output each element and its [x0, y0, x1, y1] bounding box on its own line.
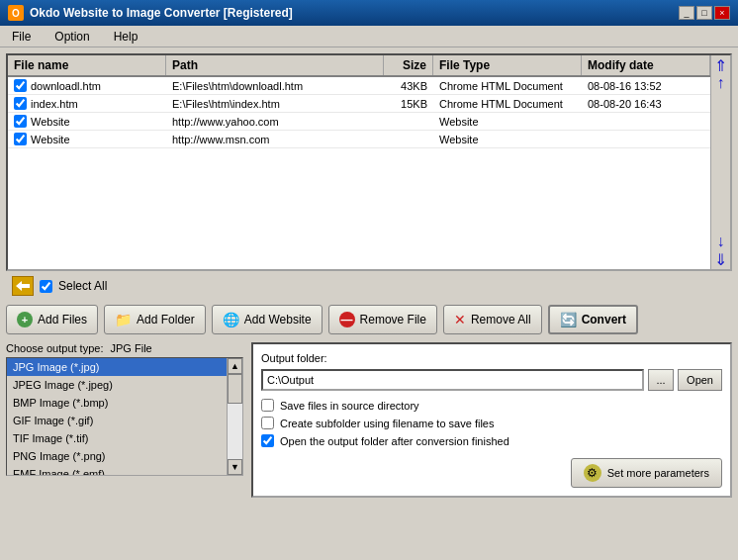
- output-type-list: JPG Image (*.jpg) JPEG Image (*.jpeg) BM…: [6, 357, 243, 476]
- add-files-button[interactable]: + Add Files: [6, 305, 98, 334]
- output-scroll-down[interactable]: ▼: [228, 459, 242, 475]
- back-icon[interactable]: [12, 276, 34, 296]
- folder-row: ... Open: [261, 369, 722, 391]
- add-website-button[interactable]: 🌐 Add Website: [212, 305, 323, 334]
- output-item-emf[interactable]: EMF Image (*.emf): [7, 465, 227, 475]
- add-website-icon: 🌐: [223, 312, 239, 327]
- select-all-row: Select All: [6, 271, 732, 301]
- output-item-bmp[interactable]: BMP Image (*.bmp): [7, 394, 227, 412]
- menu-file[interactable]: File: [8, 29, 35, 45]
- add-folder-button[interactable]: 📁 Add Folder: [104, 305, 206, 334]
- cell-date-3: [582, 138, 710, 141]
- bottom-section: Choose output type: JPG File JPG Image (…: [6, 342, 732, 498]
- cell-name-0: downloadl.htm: [8, 77, 166, 94]
- toolbar: + Add Files 📁 Add Folder 🌐 Add Website —…: [6, 301, 732, 338]
- cell-path-2: http://www.yahoo.com: [166, 114, 384, 130]
- main-content: File name Path Size File Type Modify dat…: [0, 47, 738, 560]
- maximize-button[interactable]: □: [696, 6, 712, 20]
- output-item-png[interactable]: PNG Image (*.png): [7, 447, 227, 465]
- output-scroll-up[interactable]: ▲: [228, 358, 242, 374]
- add-folder-icon: 📁: [115, 312, 132, 327]
- output-item-jpg[interactable]: JPG Image (*.jpg): [7, 358, 227, 376]
- close-button[interactable]: ×: [714, 6, 730, 20]
- cell-type-0: Chrome HTML Document: [433, 78, 582, 94]
- remove-file-icon: —: [339, 312, 355, 327]
- set-params-button[interactable]: ⚙ Set more parameters: [571, 458, 722, 488]
- open-button[interactable]: Open: [678, 369, 722, 391]
- cell-name-2: Website: [8, 113, 166, 130]
- row-checkbox-2[interactable]: [14, 115, 27, 128]
- select-all-label: Select All: [58, 279, 107, 293]
- back-arrow-icon: [16, 280, 30, 292]
- row-checkbox-1[interactable]: [14, 97, 27, 110]
- col-header-path: Path: [166, 55, 384, 75]
- scroll-up-button[interactable]: ↑: [713, 75, 729, 91]
- scroll-down-button[interactable]: ↓: [713, 233, 729, 249]
- cell-path-1: E:\Files\htm\index.htm: [166, 96, 384, 112]
- option-label-1: Create subfolder using filename to save …: [280, 418, 494, 429]
- output-scroll-track: [228, 374, 242, 459]
- row-checkbox-0[interactable]: [14, 79, 27, 92]
- output-scrollbar: ▲ ▼: [227, 358, 242, 475]
- svg-marker-0: [16, 281, 30, 291]
- option-checkbox-2[interactable]: [261, 434, 274, 447]
- table-row[interactable]: Website http://www.msn.com Website: [8, 131, 710, 148]
- convert-button[interactable]: 🔄 Convert: [548, 305, 638, 334]
- option-row-2: Open the output folder after conversion …: [261, 434, 722, 447]
- option-row-0: Save files in source directory: [261, 399, 722, 412]
- output-type-section: Choose output type: JPG File JPG Image (…: [6, 342, 243, 498]
- output-item-jpeg[interactable]: JPEG Image (*.jpeg): [7, 376, 227, 394]
- menu-bar: File Option Help: [0, 26, 738, 47]
- cell-name-1: index.htm: [8, 95, 166, 112]
- col-header-name: File name: [8, 55, 166, 75]
- output-folder-label: Output folder:: [261, 352, 722, 364]
- convert-icon: 🔄: [560, 312, 577, 327]
- option-checkbox-1[interactable]: [261, 417, 274, 429]
- window-title: Okdo Website to Image Converter [Registe…: [30, 6, 293, 20]
- cell-size-0: 43KB: [384, 78, 433, 94]
- table-row[interactable]: index.htm E:\Files\htm\index.htm 15KB Ch…: [8, 95, 710, 113]
- option-label-0: Save files in source directory: [280, 400, 419, 412]
- col-header-type: File Type: [433, 55, 582, 75]
- col-header-size: Size: [384, 55, 433, 75]
- cell-type-1: Chrome HTML Document: [433, 96, 582, 112]
- cell-date-0: 08-08-16 13:52: [582, 78, 710, 94]
- title-bar: O Okdo Website to Image Converter [Regis…: [0, 0, 738, 26]
- table-body: downloadl.htm E:\Files\htm\downloadl.htm…: [8, 77, 710, 269]
- minimize-button[interactable]: _: [679, 6, 694, 20]
- output-folder-input[interactable]: [261, 369, 644, 391]
- output-scroll-thumb[interactable]: [228, 374, 242, 404]
- scroll-bottom-button[interactable]: ⇓: [713, 251, 729, 267]
- table-row[interactable]: downloadl.htm E:\Files\htm\downloadl.htm…: [8, 77, 710, 95]
- output-item-gif[interactable]: GIF Image (*.gif): [7, 412, 227, 429]
- menu-option[interactable]: Option: [50, 29, 93, 45]
- cell-path-0: E:\Files\htm\downloadl.htm: [166, 78, 384, 94]
- remove-file-button[interactable]: — Remove File: [328, 305, 437, 334]
- cell-date-1: 08-08-20 16:43: [582, 96, 710, 112]
- add-files-icon: +: [17, 312, 33, 327]
- browse-button[interactable]: ...: [648, 369, 674, 391]
- option-label-2: Open the output folder after conversion …: [280, 435, 509, 447]
- option-checkbox-0[interactable]: [261, 399, 274, 412]
- output-type-selected: JPG File: [111, 342, 152, 354]
- cell-type-2: Website: [433, 114, 582, 130]
- gear-icon: ⚙: [584, 464, 601, 482]
- option-row-1: Create subfolder using filename to save …: [261, 417, 722, 429]
- cell-type-3: Website: [433, 132, 582, 147]
- app-icon: O: [8, 5, 24, 21]
- table-row[interactable]: Website http://www.yahoo.com Website: [8, 113, 710, 131]
- select-all-checkbox[interactable]: [40, 280, 52, 293]
- remove-all-icon: ✕: [454, 312, 466, 327]
- menu-help[interactable]: Help: [110, 29, 142, 45]
- output-folder-panel: Output folder: ... Open Save files in so…: [251, 342, 732, 498]
- row-checkbox-3[interactable]: [14, 133, 27, 145]
- cell-date-2: [582, 120, 710, 124]
- cell-size-2: [384, 120, 433, 124]
- remove-all-button[interactable]: ✕ Remove All: [443, 305, 542, 334]
- table-header: File name Path Size File Type Modify dat…: [8, 55, 710, 77]
- output-item-tif[interactable]: TIF Image (*.tif): [7, 429, 227, 447]
- cell-size-1: 15KB: [384, 96, 433, 112]
- output-type-label: Choose output type: JPG File: [6, 342, 243, 354]
- cell-name-3: Website: [8, 131, 166, 147]
- scroll-top-button[interactable]: ⇑: [713, 57, 729, 73]
